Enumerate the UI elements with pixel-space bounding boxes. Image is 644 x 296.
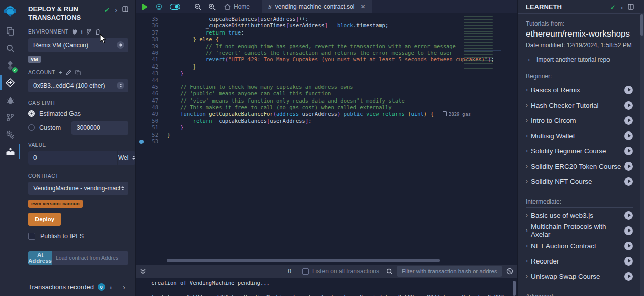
line-number[interactable]: 44 bbox=[152, 77, 158, 83]
add-account-icon[interactable]: + bbox=[59, 69, 63, 76]
code-line[interactable]: 52 } bbox=[136, 131, 517, 138]
line-number[interactable]: 49 bbox=[152, 111, 158, 117]
play-tutorial-button[interactable] bbox=[624, 242, 633, 250]
code-line[interactable]: 51 } bbox=[136, 124, 517, 131]
estimated-gas-radio[interactable] bbox=[28, 110, 35, 117]
edit-account-icon[interactable] bbox=[66, 70, 71, 75]
play-tutorial-button[interactable] bbox=[624, 177, 633, 186]
chevron-right-icon[interactable]: › bbox=[115, 6, 117, 14]
chevron-right-icon[interactable]: › bbox=[526, 132, 528, 139]
terminal-search-icon[interactable] bbox=[386, 268, 393, 275]
code-line[interactable]: 37 return true; bbox=[136, 29, 517, 36]
info-icon[interactable]: i bbox=[110, 284, 112, 290]
code-line[interactable]: 35 _cupcakeBalances[userAddress]++; bbox=[136, 16, 517, 22]
file-explorer-icon[interactable] bbox=[0, 22, 20, 40]
chevron-right-icon[interactable]: › bbox=[526, 273, 528, 280]
remix-logo-icon[interactable] bbox=[0, 0, 20, 22]
line-number[interactable]: 50 bbox=[152, 118, 158, 124]
panel-scrollbar[interactable] bbox=[640, 0, 644, 296]
line-number[interactable]: 51 bbox=[152, 124, 158, 130]
chevron-right-icon[interactable]: › bbox=[526, 178, 528, 185]
code-line[interactable]: 46 // 'public' means anyone can call thi… bbox=[136, 90, 517, 97]
play-tutorial-button[interactable] bbox=[624, 211, 633, 220]
copilot-toggle-on[interactable] bbox=[170, 4, 180, 10]
at-address-button[interactable]: At Address bbox=[28, 251, 52, 265]
chevron-right-icon[interactable]: › bbox=[621, 4, 623, 11]
play-tutorial-button[interactable] bbox=[624, 116, 633, 125]
tutorial-item[interactable]: › Basic use of web3.js bbox=[526, 208, 633, 223]
custom-gas-input[interactable] bbox=[71, 121, 128, 135]
chevron-right-icon[interactable]: › bbox=[123, 283, 128, 291]
chevron-right-icon[interactable]: › bbox=[526, 147, 528, 154]
code-line[interactable]: 36 _cupcakeDistributionTimes[userAddress… bbox=[136, 22, 517, 29]
publish-ipfs-checkbox[interactable] bbox=[28, 233, 35, 240]
line-number[interactable]: 41 bbox=[152, 56, 158, 62]
line-number[interactable]: 40 bbox=[152, 50, 158, 56]
zoom-in-icon[interactable] bbox=[208, 3, 216, 10]
horizontal-scrollbar[interactable] bbox=[167, 259, 440, 262]
code-line[interactable]: 48 // This makes it free to call (no gas… bbox=[136, 104, 517, 111]
play-tutorial-button[interactable] bbox=[624, 131, 633, 140]
code-line[interactable]: 50 return _cupcakeBalances[userAddress]; bbox=[136, 118, 517, 124]
expand-terminal-icon[interactable] bbox=[140, 268, 146, 274]
import-tutorial-repo[interactable]: › Import another tutorial repo bbox=[526, 56, 633, 63]
line-number[interactable]: 48 bbox=[152, 104, 158, 110]
ai-copilot-icon[interactable] bbox=[155, 3, 163, 10]
tutorial-item[interactable]: › Solidity ERC20 Token Course bbox=[526, 158, 633, 174]
source-control-icon[interactable] bbox=[0, 109, 20, 126]
info-icon[interactable]: i bbox=[81, 29, 83, 35]
play-tutorial-button[interactable] bbox=[624, 147, 633, 155]
chevron-right-icon[interactable]: › bbox=[526, 242, 528, 249]
at-address-input[interactable] bbox=[52, 251, 128, 265]
terminal-log[interactable]: creation of VendingMachine pending... [v… bbox=[136, 278, 517, 296]
code-line[interactable]: 38 } else { bbox=[136, 36, 517, 43]
play-tutorial-button[interactable] bbox=[624, 226, 633, 235]
play-tutorial-button[interactable] bbox=[624, 257, 633, 266]
code-line[interactable]: 39 // If not enough time has passed, rev… bbox=[136, 43, 517, 50]
tutorial-item[interactable]: › Uniswap Swap Course bbox=[526, 269, 633, 284]
debugger-icon[interactable] bbox=[0, 91, 20, 109]
home-tab[interactable]: Home bbox=[219, 0, 256, 13]
chevron-right-icon[interactable]: › bbox=[526, 117, 528, 124]
line-number[interactable]: 42 bbox=[152, 63, 158, 70]
plug-icon[interactable] bbox=[72, 29, 77, 35]
chevron-right-icon[interactable]: › bbox=[526, 86, 528, 93]
environment-select[interactable]: Remix VM (Cancun) bbox=[28, 38, 128, 52]
solidity-compiler-icon[interactable]: ✓ bbox=[0, 57, 20, 74]
line-number[interactable]: 53 bbox=[152, 138, 158, 144]
editor-minimap[interactable] bbox=[464, 15, 510, 71]
code-line[interactable]: 53 bbox=[136, 138, 517, 145]
listen-checkbox[interactable] bbox=[302, 268, 309, 275]
tutorial-item[interactable]: › Recorder bbox=[526, 253, 633, 269]
tutorial-item[interactable]: › Basics of Remix bbox=[526, 82, 633, 97]
breakpoint-icon[interactable] bbox=[139, 140, 144, 144]
custom-gas-radio[interactable] bbox=[28, 124, 35, 131]
line-number[interactable]: 52 bbox=[152, 131, 158, 138]
copy-account-icon[interactable] bbox=[75, 70, 81, 75]
code-line[interactable]: 41 revert("HTTP 429: Too Many Cupcakes (… bbox=[136, 56, 517, 63]
clear-terminal-icon[interactable] bbox=[506, 268, 513, 275]
run-script-icon[interactable] bbox=[142, 4, 148, 10]
code-line[interactable]: 45 // Function to check how many cupcake… bbox=[136, 84, 517, 90]
code-line[interactable]: 42 } bbox=[136, 63, 517, 70]
listen-all-toggle[interactable]: Listen on all transactions bbox=[302, 268, 379, 275]
play-tutorial-button[interactable] bbox=[624, 86, 633, 94]
contract-select[interactable]: VendingMachine - vending-machin bbox=[28, 182, 128, 195]
tutorial-item[interactable]: › Hash Checker Tutorial bbox=[526, 97, 633, 113]
line-number[interactable]: 43 bbox=[152, 70, 158, 76]
play-tutorial-button[interactable] bbox=[624, 162, 633, 171]
transactions-recorded-row[interactable]: Transactions recorded 0 i › bbox=[28, 277, 128, 296]
tutorial-item[interactable]: › Multisig Wallet bbox=[526, 128, 633, 143]
search-icon[interactable] bbox=[0, 40, 20, 57]
line-number[interactable]: 47 bbox=[152, 97, 158, 104]
line-number[interactable]: 35 bbox=[152, 16, 158, 22]
terminal-scrollbar[interactable] bbox=[513, 281, 516, 296]
active-file-tab[interactable]: S vending-machine-contract.sol ✕ bbox=[262, 0, 372, 13]
deploy-button[interactable]: Deploy bbox=[28, 213, 61, 226]
code-line[interactable]: 49 function getCupcakeBalanceFor(address… bbox=[136, 111, 517, 117]
line-number[interactable]: 38 bbox=[152, 36, 158, 42]
play-tutorial-button[interactable] bbox=[624, 101, 633, 110]
code-line[interactable]: 47 // 'view' means this function only re… bbox=[136, 97, 517, 104]
line-number[interactable]: 39 bbox=[152, 43, 158, 49]
chevron-right-icon[interactable]: › bbox=[526, 102, 528, 109]
